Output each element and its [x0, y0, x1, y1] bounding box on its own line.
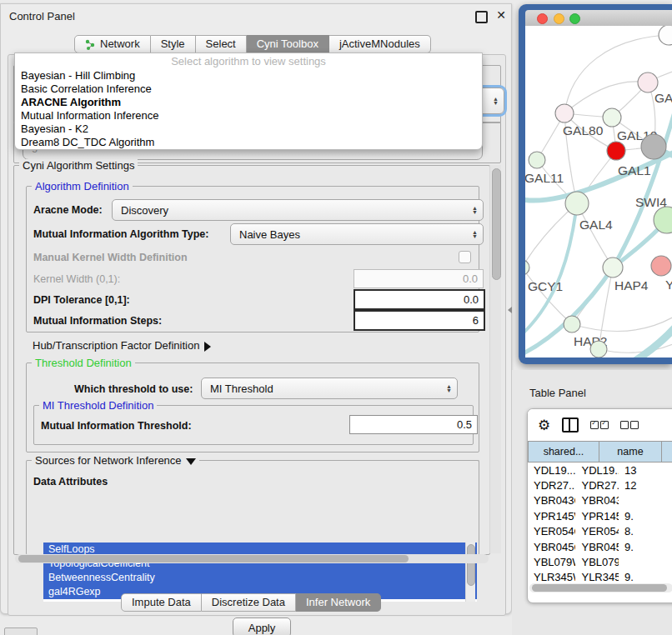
tab-label: Impute Data: [132, 594, 191, 611]
settings-vertical-scrollbar[interactable]: [489, 165, 501, 553]
network-node-hap2[interactable]: [564, 316, 580, 332]
tab-style[interactable]: Style: [151, 35, 196, 53]
which-threshold-label: Which threshold to use:: [74, 383, 193, 395]
tab-cyni-toolbox[interactable]: Cyni Toolbox: [247, 35, 329, 53]
network-canvas[interactable]: GALGAL80GAL10GAL1GAL11GAL4SWI4GCY1HAP4YH…: [525, 26, 672, 358]
panel-collapse-handle[interactable]: [508, 307, 512, 313]
tab-infer-network[interactable]: Infer Network: [296, 593, 381, 612]
tab-network[interactable]: Network: [74, 35, 151, 53]
tab-discretize-data[interactable]: Discretize Data: [202, 593, 296, 612]
table-rows: YDL19...YDL19...13YDR27...YDR27...12YBR0…: [528, 462, 672, 583]
network-node-gal1[interactable]: [607, 142, 625, 160]
which-threshold-value: MI Threshold: [210, 382, 273, 395]
network-node-hap4[interactable]: [603, 258, 623, 278]
table-row[interactable]: YER054CYER054C8.: [528, 524, 672, 539]
combo-arrows-icon: ▲▼: [472, 230, 478, 238]
checked-boxes-icon[interactable]: [590, 421, 609, 429]
tab-label: Network: [100, 36, 140, 52]
minimize-light-icon[interactable]: [554, 13, 564, 24]
manual-kernel-checkbox[interactable]: [459, 251, 471, 263]
which-threshold-combobox[interactable]: MI Threshold ▲▼: [201, 378, 458, 399]
table-cell: 12: [619, 479, 672, 492]
algorithm-definition-group: Algorithm Definition Aracne Mode: Discov…: [26, 186, 479, 332]
dropdown-item[interactable]: Bayesian - K2: [15, 122, 482, 136]
dropdown-item[interactable]: ARACNE Algorithm: [15, 96, 482, 109]
network-node-label: GCY1: [528, 279, 563, 293]
dropdown-item[interactable]: Mutual Information Inference: [15, 109, 482, 122]
table-cell: 8.: [619, 525, 672, 538]
network-node[interactable]: [641, 134, 666, 159]
table-horizontal-scrollbar[interactable]: [529, 583, 672, 592]
gear-icon[interactable]: ⚙: [538, 417, 550, 434]
table-row[interactable]: YBL079WYBL079W: [528, 554, 672, 569]
network-edge[interactable]: [564, 82, 648, 113]
mi-steps-field[interactable]: 6: [354, 310, 485, 331]
mi-threshold-field[interactable]: 0.5: [349, 415, 478, 434]
hub-definition-expander[interactable]: Hub/Transcription Factor Definition: [33, 339, 211, 352]
algorithm-definition-title: Algorithm Definition: [32, 180, 133, 192]
tab-impute-data[interactable]: Impute Data: [121, 593, 202, 612]
network-node-gal[interactable]: [638, 72, 658, 92]
tab-jactivemnodules[interactable]: jActiveMNodules: [329, 35, 431, 53]
control-panel-titlebar: Control Panel ✕: [1, 4, 511, 28]
combo-arrows-icon: ▲▼: [472, 206, 478, 214]
table-window: ⚙ shared...nameA YDL19...YDL19...13YDR27…: [527, 408, 672, 603]
apply-button[interactable]: Apply: [233, 618, 291, 635]
network-node-y[interactable]: [651, 256, 671, 276]
close-icon[interactable]: ✕: [496, 8, 506, 22]
settings-horizontal-scrollbar[interactable]: [15, 554, 489, 563]
table-cell: YLR345W: [528, 571, 575, 583]
network-node-gal80[interactable]: [555, 104, 574, 122]
mi-steps-label: Mutual Information Steps:: [33, 315, 162, 327]
table-row[interactable]: YLR345WYLR345W9.: [528, 570, 672, 583]
mi-threshold-group: MI Threshold Definition Mutual Informati…: [33, 405, 474, 445]
table-row[interactable]: YBR045CYBR045C9.: [528, 539, 672, 554]
table-cell: YDL19...: [528, 464, 575, 477]
bottom-left-button[interactable]: [4, 628, 38, 635]
mi-type-value: Naive Bayes: [239, 228, 300, 241]
network-node-label: GAL80: [563, 123, 604, 138]
network-edge[interactable]: [525, 268, 572, 324]
network-node[interactable]: [590, 341, 607, 358]
network-node-gal10[interactable]: [603, 108, 621, 127]
table-cell: YDR27...: [575, 479, 618, 492]
aracne-mode-value: Discovery: [121, 204, 168, 217]
dropdown-item[interactable]: Dream8 DC_TDC Algorithm: [15, 136, 482, 149]
network-node-label: GAL1: [618, 163, 651, 178]
dropdown-item[interactable]: Basic Correlation Inference: [15, 82, 482, 96]
network-edge[interactable]: [572, 313, 672, 331]
float-window-icon[interactable]: [475, 11, 488, 23]
table-cell: 9.: [619, 571, 672, 583]
kernel-width-field[interactable]: 0.0: [354, 269, 484, 288]
apply-button-label: Apply: [248, 622, 276, 634]
data-attributes-label: Data Attributes: [33, 476, 108, 488]
hub-definition-label: Hub/Transcription Factor Definition: [33, 339, 199, 352]
table-row[interactable]: YBR043CYBR043C: [528, 493, 672, 508]
tab-select[interactable]: Select: [196, 35, 247, 53]
network-edge[interactable]: [525, 203, 577, 268]
close-light-icon[interactable]: [537, 13, 548, 24]
dpi-tolerance-field[interactable]: 0.0: [354, 289, 485, 310]
dropdown-item[interactable]: Bayesian - Hill Climbing: [15, 69, 482, 82]
network-node-gal4[interactable]: [565, 192, 589, 215]
table-toolbar: ⚙: [528, 409, 672, 441]
mi-type-combobox[interactable]: Naive Bayes ▲▼: [230, 223, 484, 245]
zoom-light-icon[interactable]: [569, 13, 580, 24]
column-header[interactable]: A: [662, 441, 672, 462]
network-node-gcy1[interactable]: [525, 260, 529, 275]
table-row[interactable]: YPR145WYPR145W9.: [528, 508, 672, 523]
table-cell: YER054C: [575, 525, 618, 538]
network-node-gal11[interactable]: [529, 152, 545, 168]
network-node[interactable]: [659, 26, 672, 45]
table-row[interactable]: YDL19...YDL19...13: [528, 462, 672, 478]
attributes-list-scrollbar[interactable]: [465, 542, 475, 602]
table-row[interactable]: YDR27...YDR27...12: [528, 478, 672, 492]
table-cell: YDL19...: [575, 464, 618, 477]
column-header[interactable]: shared...: [528, 441, 599, 462]
column-header[interactable]: name: [599, 441, 662, 462]
unchecked-boxes-icon[interactable]: [620, 421, 639, 429]
attribute-list-item[interactable]: BetweennessCentrality: [43, 571, 477, 585]
split-columns-icon[interactable]: [562, 418, 579, 432]
dropdown-items: Bayesian - Hill ClimbingBasic Correlatio…: [15, 69, 482, 149]
aracne-mode-combobox[interactable]: Discovery ▲▼: [112, 199, 484, 221]
